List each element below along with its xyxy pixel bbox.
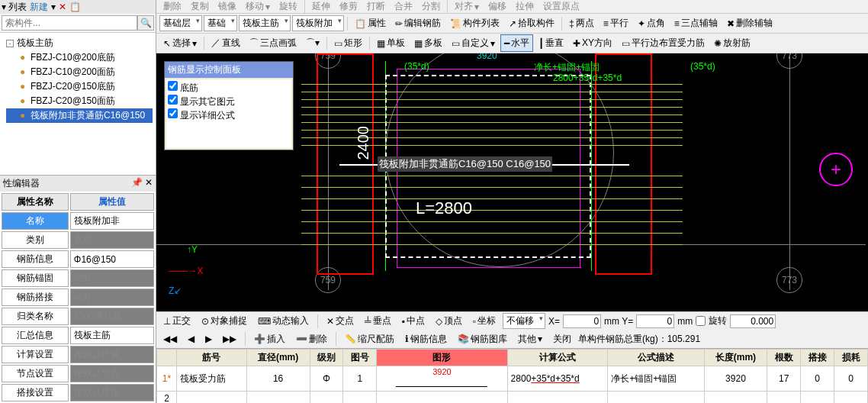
prop-row[interactable]: 计算设置按默认计算: [2, 346, 154, 363]
prop-row[interactable]: 钢筋锚固(35): [2, 269, 154, 287]
prop-value[interactable]: 筏板主筋: [70, 327, 154, 344]
point-angle-button[interactable]: ✦点角: [634, 15, 669, 32]
prop-value[interactable]: 按默认搭接: [70, 384, 154, 401]
extend-button[interactable]: 延伸: [308, 0, 334, 14]
horizontal-button[interactable]: ━水平: [500, 34, 533, 52]
edit-rebar-button[interactable]: ✏编辑钢筋: [391, 15, 445, 32]
cell-lap[interactable]: [801, 392, 834, 404]
cell-formula[interactable]: 2800+35*d+35*d: [507, 366, 608, 392]
stretch-button[interactable]: 拉伸: [512, 0, 538, 14]
component-list-button[interactable]: 📜构件列表: [446, 15, 503, 32]
edit-icon[interactable]: 📋: [69, 2, 81, 12]
cell-count[interactable]: [767, 392, 801, 404]
cell-len[interactable]: 3920: [704, 366, 767, 392]
prop-row[interactable]: 节点设置按默认节点: [2, 365, 154, 382]
nav-first[interactable]: ◀◀: [159, 331, 181, 347]
delete-aux-button[interactable]: ✖删除辅轴: [723, 15, 776, 32]
arc-button[interactable]: ⌒三点画弧: [246, 34, 301, 52]
coord-snap[interactable]: ▫坐标: [469, 312, 500, 330]
floor-select[interactable]: 基础层: [159, 15, 202, 31]
rebar-display-panel[interactable]: 钢筋显示控制面板 底筋 显示其它图元 显示详细公式: [164, 61, 294, 150]
close-icon[interactable]: ✕: [145, 177, 153, 188]
cell-shape[interactable]: [377, 392, 507, 404]
midpoint-snap[interactable]: ▪中点: [398, 312, 429, 330]
search-input[interactable]: [2, 15, 137, 31]
cell-shape[interactable]: 3920: [377, 366, 507, 392]
delete-row-button[interactable]: ➖删除: [292, 330, 331, 348]
type-select[interactable]: 筏板主筋: [239, 15, 291, 31]
properties-button[interactable]: 📋属性: [351, 15, 390, 32]
cell-desc[interactable]: [608, 392, 704, 404]
align-button[interactable]: 对齐 ▾: [451, 0, 483, 14]
cell-fig[interactable]: [343, 392, 377, 404]
add-marker[interactable]: +: [819, 153, 853, 186]
insert-button[interactable]: ➕插入: [250, 330, 289, 348]
prop-row[interactable]: 归类名称1300厚筏板: [2, 308, 154, 325]
x-input[interactable]: [563, 314, 601, 328]
prop-value[interactable]: 按默认计算: [70, 346, 154, 363]
cell-dia[interactable]: 16: [246, 366, 310, 392]
rect-button[interactable]: ▭矩形: [330, 34, 366, 52]
check-show-formula[interactable]: 显示详细公式: [168, 108, 290, 122]
cad-canvas[interactable]: 钢筋显示控制面板 底筋 显示其它图元 显示详细公式 759 773 759 77…: [156, 53, 868, 311]
search-button[interactable]: 🔍: [137, 15, 154, 31]
move-button[interactable]: 移动 ▾: [242, 0, 274, 14]
tree-item[interactable]: ●FBZJ-C20@150面筋: [6, 94, 153, 108]
cell-grade[interactable]: [310, 392, 343, 404]
new-dropdown-icon[interactable]: ▾: [51, 2, 56, 12]
cell-name[interactable]: 筏板受力筋: [177, 366, 247, 392]
cell-loss[interactable]: [834, 392, 868, 404]
rebar-row[interactable]: 1* 筏板受力筋 16 Φ 1 3920 2800+35*d+35*d 净长+锚…: [157, 366, 868, 392]
rebar-library-button[interactable]: 📚钢筋图库: [454, 330, 511, 348]
single-board-button[interactable]: ▦单板: [373, 34, 409, 52]
vertex-snap[interactable]: ◇顶点: [432, 312, 466, 330]
custom-button[interactable]: ▭自定义 ▾: [448, 34, 499, 52]
offset-button[interactable]: 偏移: [484, 0, 510, 14]
break-button[interactable]: 打断: [363, 0, 389, 14]
check-show-others[interactable]: 显示其它图元: [168, 95, 290, 108]
nav-prev[interactable]: ◀: [184, 331, 198, 347]
prop-value[interactable]: 底筋: [70, 231, 154, 249]
prop-row[interactable]: 汇总信息筏板主筋: [2, 327, 154, 344]
trim-button[interactable]: 修剪: [336, 0, 362, 14]
property-table[interactable]: 属性名称属性值 名称筏板附加非 类别底筋 钢筋信息Φ16@150 钢筋锚固(35…: [0, 192, 156, 403]
nav-last[interactable]: ▶▶: [219, 331, 240, 347]
other-button[interactable]: 其他 ▾: [514, 330, 546, 348]
prop-row[interactable]: 钢筋信息Φ16@150: [2, 250, 154, 268]
close-icon[interactable]: ✕: [59, 2, 66, 12]
parallel-edge-rebar-button[interactable]: ▭平行边布置受力筋: [618, 34, 709, 52]
two-point-button[interactable]: ‡两点: [565, 15, 598, 32]
cell-name[interactable]: [177, 392, 247, 404]
osnap-toggle[interactable]: ⊙对象捕捉: [198, 312, 251, 330]
rebar-info-button[interactable]: ℹ钢筋信息: [401, 330, 451, 348]
copy-button[interactable]: 复制: [187, 0, 213, 14]
cell-desc[interactable]: 净长+锚固+锚固: [608, 366, 704, 392]
prop-row[interactable]: 搭接设置按默认搭接: [2, 384, 154, 401]
cell-formula[interactable]: [507, 392, 608, 404]
prop-value[interactable]: (49): [70, 289, 154, 306]
category-select[interactable]: 基础: [204, 15, 237, 31]
y-input[interactable]: [636, 314, 674, 328]
cell-len[interactable]: [704, 392, 767, 404]
parallel-button[interactable]: ≡平行: [600, 15, 632, 32]
cell-dia[interactable]: [246, 392, 310, 404]
line-button[interactable]: ／直线: [207, 34, 244, 52]
rotate-button[interactable]: 旋转: [275, 0, 301, 14]
set-origin-button[interactable]: 设置原点: [539, 0, 583, 14]
tree-item[interactable]: ●FBZJ-C10@200面筋: [6, 65, 153, 79]
select-button[interactable]: ↖选择 ▾: [159, 34, 201, 52]
rotate-input[interactable]: [730, 314, 776, 328]
vertical-button[interactable]: ┃垂直: [535, 34, 567, 52]
component-tree[interactable]: -筏板主筋 ●FBZJ-C10@200底筋 ●FBZJ-C10@200面筋 ●F…: [0, 33, 156, 175]
scale-rebar-button[interactable]: 📏缩尺配筋: [341, 330, 398, 348]
cell-loss[interactable]: 0: [834, 366, 868, 392]
dyn-input-toggle[interactable]: ⌨动态输入: [254, 312, 313, 330]
cell-lap[interactable]: 0: [801, 366, 834, 392]
mirror-button[interactable]: 镜像: [214, 0, 240, 14]
rebar-grid[interactable]: 筋号 直径(mm) 级别 图号 图形 计算公式 公式描述 长度(mm) 根数 搭…: [156, 348, 868, 403]
xy-direction-button[interactable]: ✚XY方向: [569, 34, 616, 52]
prop-value[interactable]: Φ16@150: [70, 250, 154, 268]
perp-snap[interactable]: ╧垂点: [361, 312, 395, 330]
more-arc-button[interactable]: ⌒▾: [302, 34, 323, 52]
nav-next[interactable]: ▶: [201, 331, 216, 347]
